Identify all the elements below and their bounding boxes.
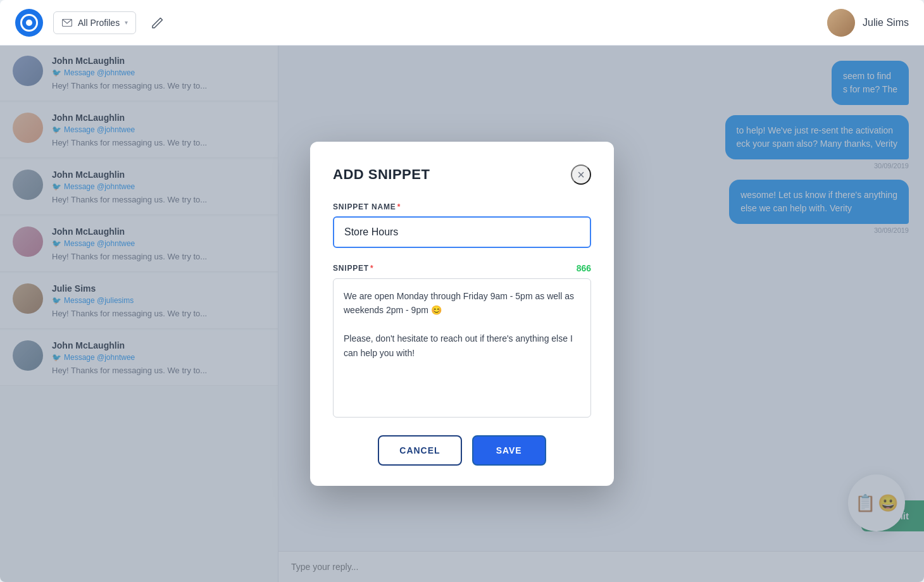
main-content: John McLaughlin 🐦 Message @johntwee Hey!… (0, 46, 924, 582)
modal-close-button[interactable]: × (571, 164, 591, 185)
user-name-label: Julie Sims (863, 17, 909, 28)
user-avatar (827, 9, 855, 37)
snippet-content-group: SNIPPET* 866 We are open Monday through … (333, 263, 591, 420)
profile-selector-label: All Profiles (78, 18, 120, 28)
header-left: All Profiles ▾ (15, 9, 169, 37)
snippet-content-textarea[interactable]: We are open Monday through Friday 9am - … (333, 278, 591, 418)
char-count-display: 866 (577, 263, 591, 273)
cancel-button[interactable]: CANCEL (378, 435, 461, 466)
compose-button[interactable] (146, 11, 169, 34)
snippet-label: SNIPPET* (333, 264, 373, 273)
profile-selector[interactable]: All Profiles ▾ (53, 11, 136, 34)
snippet-name-label: SNIPPET NAME* (333, 202, 591, 211)
modal-title: ADD SNIPPET (333, 166, 430, 183)
required-star: * (397, 202, 401, 211)
snippet-label-row: SNIPPET* 866 (333, 263, 591, 273)
add-snippet-modal: ADD SNIPPET × SNIPPET NAME* SNIPPET* 866 (310, 142, 614, 486)
snippet-label-text: SNIPPET (333, 264, 369, 273)
user-avatar-image (827, 9, 855, 37)
modal-overlay[interactable]: ADD SNIPPET × SNIPPET NAME* SNIPPET* 866 (0, 46, 924, 582)
app-logo-icon[interactable] (15, 9, 43, 37)
mail-icon (61, 17, 73, 28)
required-star-2: * (370, 264, 373, 273)
save-button[interactable]: SAVE (472, 435, 546, 466)
header-bar: All Profiles ▾ Julie Sims (0, 0, 924, 46)
modal-header: ADD SNIPPET × (333, 164, 591, 185)
snippet-name-label-text: SNIPPET NAME (333, 202, 396, 211)
snippet-name-group: SNIPPET NAME* (333, 202, 591, 248)
modal-footer: CANCEL SAVE (333, 435, 591, 466)
app-container: All Profiles ▾ Julie Sims John McLaughli… (0, 0, 924, 582)
chevron-down-icon: ▾ (125, 19, 128, 26)
logo-inner (20, 14, 38, 32)
header-right: Julie Sims (827, 9, 909, 37)
snippet-name-input[interactable] (333, 216, 591, 248)
